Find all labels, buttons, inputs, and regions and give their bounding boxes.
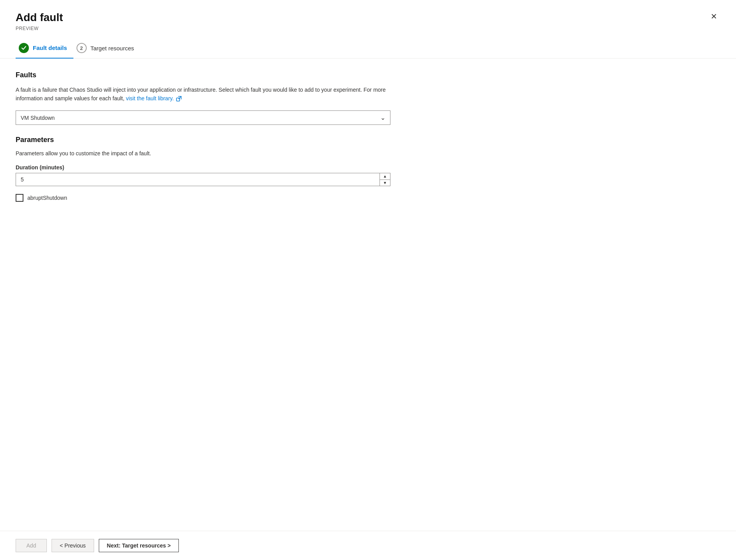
tab-target-resources-label: Target resources [91, 45, 134, 52]
tab-fault-details-label: Fault details [33, 44, 67, 51]
spin-buttons: ▲ ▼ [380, 173, 390, 186]
spin-up-button[interactable]: ▲ [380, 173, 390, 180]
dialog-header: Add fault PREVIEW ✕ [0, 0, 736, 31]
tabs-container: Fault details 2 Target resources [0, 31, 736, 59]
faults-section-title: Faults [16, 71, 720, 79]
faults-description: A fault is a failure that Chaos Studio w… [16, 85, 390, 103]
tab-step-1-circle [19, 43, 29, 53]
spin-down-button[interactable]: ▼ [380, 180, 390, 186]
previous-button[interactable]: < Previous [52, 539, 94, 552]
parameters-description: Parameters allow you to customize the im… [16, 150, 720, 156]
duration-input-container: ▲ ▼ [16, 173, 390, 186]
dialog-title: Add fault [16, 11, 63, 24]
fault-library-link-text: visit the fault library. [126, 95, 174, 101]
dialog-body: Faults A fault is a failure that Chaos S… [0, 59, 736, 531]
checkmark-icon [21, 45, 27, 51]
close-icon: ✕ [711, 12, 717, 21]
faults-section: Faults A fault is a failure that Chaos S… [16, 71, 720, 125]
tab-step-2-circle: 2 [77, 43, 87, 53]
dialog-subtitle: PREVIEW [16, 26, 63, 31]
duration-label: Duration (minutes) [16, 164, 720, 171]
faults-description-text: A fault is a failure that Chaos Studio w… [16, 87, 386, 101]
external-link-icon [176, 96, 182, 101]
abrupt-shutdown-label: abruptShutdown [27, 195, 67, 201]
abrupt-shutdown-checkbox-container[interactable]: abruptShutdown [16, 194, 720, 202]
tab-fault-details[interactable]: Fault details [16, 39, 73, 59]
parameters-section-title: Parameters [16, 136, 720, 144]
chevron-down-icon: ⌄ [380, 114, 385, 121]
add-button[interactable]: Add [16, 539, 47, 552]
duration-input[interactable] [16, 173, 380, 186]
dialog-footer: Add < Previous Next: Target resources > [0, 531, 736, 560]
parameters-section: Parameters Parameters allow you to custo… [16, 136, 720, 202]
abrupt-shutdown-checkbox[interactable] [16, 194, 23, 202]
fault-type-selected-value: VM Shutdown [21, 115, 55, 121]
fault-type-dropdown[interactable]: VM Shutdown ⌄ [16, 110, 390, 125]
tab-target-resources[interactable]: 2 Target resources [73, 39, 141, 58]
fault-library-link[interactable]: visit the fault library. [126, 95, 182, 101]
next-button[interactable]: Next: Target resources > [99, 539, 179, 552]
add-fault-dialog: Add fault PREVIEW ✕ Fault details 2 Targ… [0, 0, 736, 560]
title-block: Add fault PREVIEW [16, 11, 63, 31]
close-button[interactable]: ✕ [707, 11, 720, 22]
